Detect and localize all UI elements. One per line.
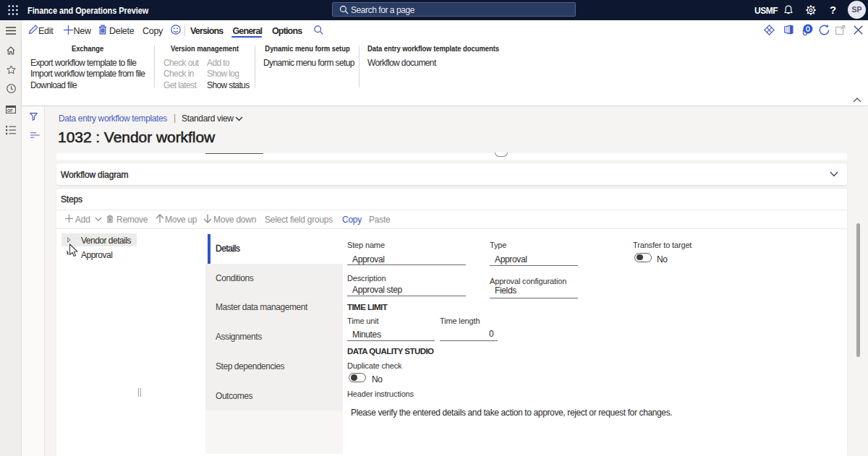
svg-text:OF: OF: [7, 108, 13, 113]
